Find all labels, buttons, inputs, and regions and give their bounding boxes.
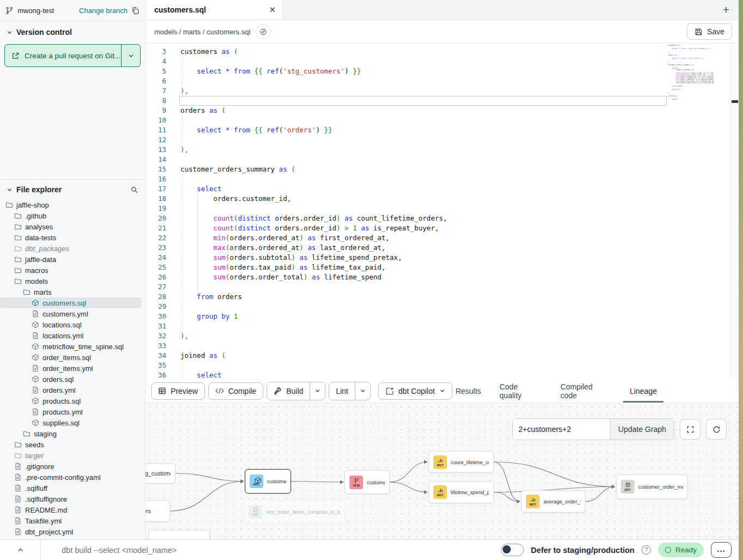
tree-item--sqlfluff[interactable]: .sqlfluff	[0, 483, 145, 494]
code-line-8[interactable]: 8	[146, 96, 739, 106]
code-line-3[interactable]: 3customers as (	[146, 47, 739, 57]
tree-item-order-items-yml[interactable]: order_items.yml	[0, 363, 145, 374]
tree-item--sqlfluffignore[interactable]: .sqlfluffignore	[0, 494, 145, 504]
help-icon[interactable]: ?	[642, 545, 651, 555]
code-line-25[interactable]: 25 sum(orders.tax_paid) as lifetime_tax_…	[146, 263, 739, 272]
code-line-16[interactable]: 16	[146, 174, 739, 184]
tree-item-orders-yml[interactable]: orders.yml	[0, 385, 145, 395]
tree-item-analyses[interactable]: analyses	[0, 221, 145, 232]
lineage-node-lifetime_spend_pretax[interactable]: METlifetime_spend_pretax	[428, 481, 494, 503]
code-line-11[interactable]: 11 select * from {{ ref('orders') }}	[146, 125, 739, 135]
code-line-14[interactable]: 14	[146, 155, 739, 165]
update-graph-button[interactable]: Update Graph	[610, 419, 674, 440]
code-line-24[interactable]: 24 sum(orders.subtotal) as lifetime_spen…	[146, 253, 739, 263]
tab-code-quality[interactable]: Code quality	[499, 379, 542, 403]
code-line-19[interactable]: 19	[146, 204, 739, 214]
tree-item-macros[interactable]: macros	[0, 265, 145, 276]
tree-item-seeds[interactable]: seeds	[0, 439, 145, 450]
build-button[interactable]: Build	[267, 382, 310, 400]
code-line-20[interactable]: 20 count(distinct orders.order_id) as co…	[146, 214, 739, 223]
tree-item--github[interactable]: .github	[0, 210, 145, 221]
lineage-node-stg_customers[interactable]: stg_customers	[146, 463, 176, 484]
tree-item-models[interactable]: models	[0, 276, 145, 287]
scrollbar-thumb[interactable]	[732, 100, 738, 103]
code-line-21[interactable]: 21 count(distinct orders.order_id) > 1 a…	[146, 223, 739, 233]
code-line-33[interactable]: 33	[146, 341, 739, 351]
tree-item-staging[interactable]: staging	[0, 428, 145, 439]
tree-item-taskfile-yml[interactable]: Taskfile.yml	[0, 515, 145, 526]
tab-lineage[interactable]: Lineage	[630, 379, 657, 403]
code-line-26[interactable]: 26 sum(orders.order_total) as lifetime_s…	[146, 272, 739, 282]
tree-item-order-items-sql[interactable]: order_items.sql	[0, 352, 145, 363]
code-line-10[interactable]: 10	[146, 115, 739, 125]
save-button[interactable]: Save	[687, 23, 732, 40]
preview-button[interactable]: Preview	[151, 382, 205, 400]
lineage-node-orders[interactable]: orders	[146, 500, 170, 522]
tree-item-readme-md[interactable]: README.md	[0, 504, 145, 515]
lineage-node-test_order_items[interactable]: TSTtest_order_items_compute_to_bools...	[244, 500, 345, 524]
expand-command-bar-button[interactable]	[0, 540, 41, 560]
code-line-13[interactable]: 13),	[146, 145, 739, 155]
tree-item-customers-yml[interactable]: customers.yml	[0, 308, 145, 319]
code-line-4[interactable]: 4	[146, 57, 739, 66]
tree-item-locations-yml[interactable]: locations.yml	[0, 330, 145, 341]
defer-toggle[interactable]	[501, 544, 524, 556]
search-icon[interactable]	[130, 186, 138, 194]
tree-item-dbt-packages[interactable]: dbt_packages	[0, 243, 145, 254]
tree-item--pre-commit-config-yaml[interactable]: .pre-commit-config.yaml	[0, 472, 145, 483]
tab-customers-sql[interactable]: customers.sql ✕	[146, 0, 283, 20]
code-line-6[interactable]: 6	[146, 76, 739, 86]
code-line-35[interactable]: 35	[146, 361, 739, 370]
tree-item-supplies-sql[interactable]: supplies.sql	[0, 417, 145, 428]
dbt-command-input[interactable]	[61, 545, 390, 555]
fullscreen-button[interactable]	[680, 419, 700, 440]
copy-icon[interactable]	[131, 7, 140, 15]
create-pr-dropdown[interactable]	[121, 45, 140, 66]
lint-dropdown[interactable]	[355, 382, 370, 400]
code-line-28[interactable]: 28 from orders	[146, 292, 739, 302]
code-line-32[interactable]: 32),	[146, 331, 739, 341]
lineage-node-customer_order_metrics[interactable]: QRYcustomer_order_metrics	[616, 474, 688, 499]
lineage-node-count_lifetime_orders[interactable]: METcount_lifetime_orders	[428, 451, 494, 473]
code-line-5[interactable]: 5 select * from {{ ref('stg_customers') …	[146, 66, 739, 76]
dbt-copilot-button[interactable]: dbt Copilot	[378, 382, 452, 400]
code-line-9[interactable]: 9orders as (	[146, 106, 739, 115]
tree-item-products-sql[interactable]: products.sql	[0, 395, 145, 406]
tree-item-customers-sql[interactable]: customers.sql	[0, 297, 142, 308]
create-pr-button[interactable]: Create a pull request on Git...	[4, 44, 141, 67]
tree-item-locations-sql[interactable]: locations.sql	[0, 319, 145, 330]
code-line-31[interactable]: 31	[146, 321, 739, 331]
code-line-30[interactable]: 30 group by 1	[146, 312, 739, 321]
code-line-34[interactable]: 34joined as (	[146, 351, 739, 361]
lineage-node-customers_semantic[interactable]: SEMcustomers	[345, 470, 390, 494]
more-options-button[interactable]: ...	[711, 542, 732, 558]
code-line-18[interactable]: 18 orders.customer_id,	[146, 194, 739, 204]
close-icon[interactable]: ✕	[269, 5, 276, 15]
code-line-12[interactable]: 12	[146, 135, 739, 145]
tree-item-marts[interactable]: marts	[0, 287, 145, 297]
file-explorer-header[interactable]: File explorer	[0, 180, 145, 199]
tab-compiled-code[interactable]: Compiled code	[560, 379, 611, 403]
tree-item-target[interactable]: target	[0, 450, 145, 461]
tab-results[interactable]: Results	[456, 379, 481, 403]
code-line-27[interactable]: 27	[146, 282, 739, 292]
editor-scrollbar[interactable]	[730, 44, 739, 379]
tree-item-orders-sql[interactable]: orders.sql	[0, 374, 145, 385]
lineage-node-average_order_value[interactable]: METaverage_order_value	[521, 490, 585, 513]
lint-button[interactable]: Lint	[329, 382, 355, 400]
lineage-panel[interactable]: Update Graph stg_customersordersMDLcusto…	[146, 403, 739, 541]
code-line-7[interactable]: 7),	[146, 86, 739, 96]
editor-minimap[interactable]: customers as ( select * from {{ ref('stg…	[668, 45, 714, 273]
change-branch-link[interactable]: Change branch	[79, 7, 128, 15]
lineage-node-customers_model[interactable]: MDLcustomers	[245, 469, 291, 494]
new-tab-button[interactable]: +	[714, 0, 739, 20]
code-line-22[interactable]: 22 min(orders.ordered_at) as first_order…	[146, 233, 739, 243]
build-dropdown[interactable]	[310, 382, 325, 400]
tree-item-jaffle-data[interactable]: jaffle-data	[0, 254, 145, 265]
code-editor[interactable]: 3customers as (45 select * from {{ ref('…	[146, 44, 739, 379]
version-control-header[interactable]: Version control	[0, 21, 145, 41]
compile-button[interactable]: Compile	[208, 382, 263, 400]
tree-item-data-tests[interactable]: data-tests	[0, 232, 145, 243]
code-line-36[interactable]: 36 select	[146, 370, 739, 379]
code-line-23[interactable]: 23 max(orders.ordered_at) as last_ordere…	[146, 243, 739, 253]
